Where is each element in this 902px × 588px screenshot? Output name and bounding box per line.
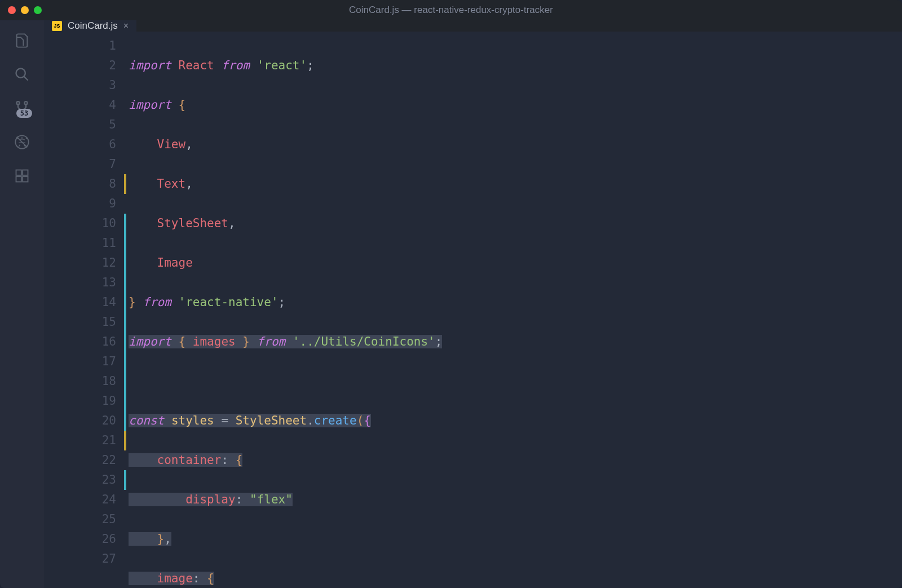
line-number: 21 bbox=[44, 431, 116, 450]
line-number: 12 bbox=[44, 253, 116, 273]
svg-point-0 bbox=[16, 69, 25, 78]
window-title: CoinCard.js — react-native-redux-crypto-… bbox=[349, 5, 553, 16]
line-number: 10 bbox=[44, 214, 116, 233]
line-number: 14 bbox=[44, 293, 116, 312]
line-number: 3 bbox=[44, 76, 116, 95]
js-file-icon: JS bbox=[52, 21, 62, 31]
tab-bar: JS CoinCard.js × bbox=[44, 20, 902, 32]
line-number: 20 bbox=[44, 411, 116, 431]
line-number: 27 bbox=[44, 549, 116, 569]
extensions-icon[interactable] bbox=[13, 167, 31, 185]
svg-line-1 bbox=[24, 77, 28, 81]
maximize-window-button[interactable] bbox=[34, 6, 42, 14]
svg-rect-10 bbox=[23, 176, 28, 182]
line-number: 7 bbox=[44, 154, 116, 174]
git-changes-badge: 53 bbox=[16, 109, 32, 118]
line-number bbox=[44, 569, 116, 588]
line-number: 9 bbox=[44, 194, 116, 214]
minimize-window-button[interactable] bbox=[21, 6, 29, 14]
line-number: 18 bbox=[44, 372, 116, 391]
tab-filename: CoinCard.js bbox=[68, 20, 118, 32]
code-content[interactable]: import React from 'react'; import { View… bbox=[129, 36, 902, 588]
source-control-icon[interactable]: 53 bbox=[13, 99, 31, 117]
line-number: 5 bbox=[44, 115, 116, 135]
line-number: 25 bbox=[44, 510, 116, 529]
close-tab-icon[interactable]: × bbox=[123, 21, 129, 31]
svg-point-3 bbox=[24, 101, 27, 104]
line-number: 22 bbox=[44, 450, 116, 470]
explorer-icon[interactable] bbox=[13, 32, 31, 50]
main-area: 53 JS CoinCard.js × 1 2 3 4 5 6 7 bbox=[0, 20, 902, 588]
svg-rect-9 bbox=[16, 176, 21, 182]
traffic-lights bbox=[8, 6, 42, 14]
activity-bar: 53 bbox=[0, 20, 44, 588]
line-number: 13 bbox=[44, 273, 116, 293]
line-number: 16 bbox=[44, 332, 116, 352]
line-number: 11 bbox=[44, 233, 116, 253]
line-number: 26 bbox=[44, 529, 116, 549]
line-number: 24 bbox=[44, 490, 116, 510]
tab-coincard[interactable]: JS CoinCard.js × bbox=[44, 20, 136, 32]
line-number: 23 bbox=[44, 470, 116, 490]
svg-point-2 bbox=[16, 101, 19, 104]
line-number: 19 bbox=[44, 391, 116, 411]
line-number: 17 bbox=[44, 352, 116, 372]
svg-rect-8 bbox=[23, 170, 28, 175]
line-gutter: 1 2 3 4 5 6 7 8 9 10 11 12 13 14 1 bbox=[44, 36, 129, 588]
line-number: 4 bbox=[44, 95, 116, 115]
search-icon[interactable] bbox=[13, 65, 31, 83]
code-area[interactable]: 1 2 3 4 5 6 7 8 9 10 11 12 13 14 1 bbox=[44, 32, 902, 588]
debug-icon[interactable] bbox=[13, 133, 31, 151]
close-window-button[interactable] bbox=[8, 6, 16, 14]
line-number: 8 bbox=[44, 174, 116, 194]
line-number: 15 bbox=[44, 312, 116, 332]
svg-rect-7 bbox=[16, 170, 21, 175]
line-number: 1 bbox=[44, 36, 116, 56]
titlebar: CoinCard.js — react-native-redux-crypto-… bbox=[0, 0, 902, 20]
editor-area: JS CoinCard.js × 1 2 3 4 5 6 7 8 9 10 11 bbox=[44, 20, 902, 588]
line-number: 6 bbox=[44, 135, 116, 154]
line-number: 2 bbox=[44, 56, 116, 76]
